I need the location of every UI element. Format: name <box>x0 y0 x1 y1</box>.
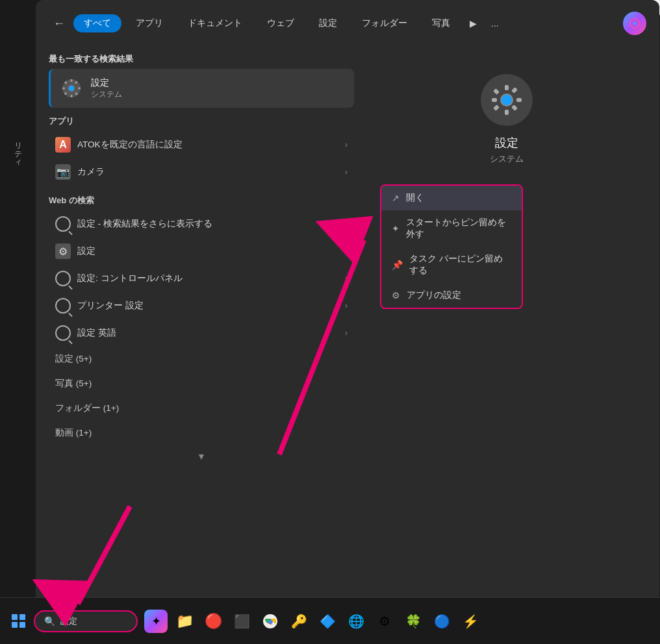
web-search-control-panel[interactable]: 設定: コントロールパネル › <box>49 265 354 292</box>
scroll-down-icon: ▼ <box>197 451 206 462</box>
taskbar-copilot[interactable]: ✦ <box>143 608 169 634</box>
apps-section-label: アプリ <box>49 116 354 127</box>
search-icon-3 <box>55 298 71 314</box>
web-item-1-label: 設定 <box>77 245 95 257</box>
atok-item[interactable]: A ATOKを既定の言語に設定 › <box>49 131 354 158</box>
category-settings[interactable]: 設定 (5+) <box>49 347 354 371</box>
svg-rect-5 <box>62 88 65 90</box>
vscode-icon: ⚡ <box>463 613 479 629</box>
detail-gear-icon <box>481 74 533 126</box>
camera-label: カメラ <box>77 166 105 178</box>
best-match-name: 設定 <box>91 77 122 89</box>
web-item-3-label: プリンター 設定 <box>77 300 144 312</box>
taskbar-pocket[interactable]: 🔴 <box>200 608 226 634</box>
taskbar-green-icon[interactable]: 🍀 <box>400 608 426 634</box>
windows-logo <box>12 614 25 628</box>
web-search-settings-more[interactable]: 設定 - 検索結果をさらに表示する › <box>49 210 354 238</box>
taskbar-search-text: 設定 <box>60 615 77 627</box>
content-area: 最も一致する検索結果 <box>36 42 659 593</box>
app-settings-icon: ⚙ <box>392 290 400 301</box>
svg-point-2 <box>68 85 75 92</box>
category-videos[interactable]: 動画 (1+) <box>49 421 354 445</box>
svg-rect-6 <box>78 88 81 90</box>
back-button[interactable]: ← <box>49 13 70 34</box>
tab-documents[interactable]: ドキュメント <box>177 14 253 32</box>
ctx-open[interactable]: ↗ 開く <box>381 186 522 210</box>
svg-point-0 <box>629 18 640 29</box>
ctx-pin-taskbar-label: タスク バーにピン留めする <box>409 253 511 277</box>
keyshade-icon: 🔷 <box>320 613 336 629</box>
web-item-0-label: 設定 - 検索結果をさらに表示する <box>77 218 212 230</box>
best-match-title: 最も一致する検索結果 <box>49 53 354 65</box>
best-match-icon <box>60 77 83 100</box>
tab-folders[interactable]: フォルダー <box>351 14 418 32</box>
web-section-label: Web の検索 <box>49 195 354 206</box>
web-search-printer[interactable]: プリンター 設定 › <box>49 292 354 319</box>
svg-rect-18 <box>493 105 500 111</box>
detail-name: 設定 <box>495 135 518 151</box>
ctx-app-settings[interactable]: ⚙ アプリの設定 <box>381 283 522 308</box>
play-button[interactable]: ▶ <box>464 15 482 32</box>
tab-settings[interactable]: 設定 <box>309 14 348 32</box>
copilot-icon[interactable] <box>623 12 646 35</box>
web-item-3-arrow: › <box>345 301 348 310</box>
tab-apps[interactable]: アプリ <box>125 14 173 32</box>
ctx-unpin-start[interactable]: ✦ スタートからピン留めを外す <box>381 210 522 247</box>
svg-point-11 <box>501 94 513 106</box>
taskbar-gear[interactable]: ⚙ <box>372 608 398 634</box>
taskbar-folder[interactable]: 📁 <box>171 608 197 634</box>
atok-label: ATOKを既定の言語に設定 <box>77 139 183 151</box>
camera-arrow: › <box>345 167 348 177</box>
pin-taskbar-icon: 📌 <box>392 260 403 270</box>
svg-rect-15 <box>516 98 522 102</box>
start-button[interactable] <box>5 608 31 634</box>
best-match-text: 設定 システム <box>91 77 122 100</box>
web-search-english[interactable]: 設定 英語 › <box>49 319 354 347</box>
taskbar-vscode[interactable]: ⚡ <box>457 608 483 634</box>
tab-web[interactable]: ウェブ <box>257 14 305 32</box>
taskbar-terminal[interactable]: ⬛ <box>229 608 255 634</box>
category-folders[interactable]: フォルダー (1+) <box>49 396 354 421</box>
taskbar-1password[interactable]: 🔑 <box>286 608 312 634</box>
pocket-icon: 🔴 <box>205 613 222 630</box>
green-icon: 🍀 <box>405 613 422 629</box>
taskbar-search-box[interactable]: 🔍 設定 <box>34 610 138 632</box>
left-sidebar: リティ <box>0 130 36 170</box>
search-icon-4 <box>55 325 71 341</box>
web-item-1-arrow: › <box>345 247 348 256</box>
ctx-open-label: 開く <box>406 192 424 204</box>
gear-taskbar-icon: ⚙ <box>379 613 390 629</box>
detail-sub: システム <box>490 153 524 165</box>
svg-rect-4 <box>71 95 73 97</box>
sidebar-label: リティ <box>12 136 23 164</box>
web-item-2-arrow: › <box>345 274 348 283</box>
open-icon: ↗ <box>392 193 400 203</box>
taskbar-chrome[interactable] <box>257 608 283 634</box>
svg-rect-12 <box>505 85 509 90</box>
taskbar-keyshade[interactable]: 🔷 <box>314 608 340 634</box>
best-match-sub: システム <box>91 89 122 100</box>
camera-item[interactable]: 📷 カメラ › <box>49 158 354 186</box>
tab-photos[interactable]: 写真 <box>422 14 461 32</box>
best-match-item[interactable]: 設定 システム <box>49 69 354 108</box>
more-button[interactable]: ... <box>486 15 504 32</box>
atok-icon: A <box>55 137 71 153</box>
tab-all[interactable]: すべて <box>73 14 121 32</box>
folder-icon: 📁 <box>176 613 194 630</box>
svg-rect-19 <box>511 105 518 111</box>
web-search-settings[interactable]: ⚙ 設定 › <box>49 238 354 265</box>
svg-rect-3 <box>71 79 73 82</box>
taskbar: 🔍 設定 ✦ 📁 🔴 ⬛ 🔑 🔷 🌐 ⚙ 🍀 🔵 <box>0 597 660 644</box>
web-item-4-label: 設定 英語 <box>77 327 116 339</box>
ctx-unpin-start-label: スタートからピン留めを外す <box>406 217 511 240</box>
svg-rect-16 <box>493 88 500 95</box>
terminal-icon: ⬛ <box>234 613 250 629</box>
svg-rect-14 <box>492 98 497 102</box>
ctx-pin-taskbar[interactable]: 📌 タスク バーにピン留めする <box>381 247 522 283</box>
search-icon-2 <box>55 271 71 286</box>
category-photos[interactable]: 写真 (5+) <box>49 371 354 396</box>
taskbar-edge[interactable]: 🌐 <box>343 608 369 634</box>
svg-rect-17 <box>511 87 518 93</box>
taskbar-search-icon: 🔍 <box>44 616 55 626</box>
taskbar-circle-icon[interactable]: 🔵 <box>429 608 455 634</box>
